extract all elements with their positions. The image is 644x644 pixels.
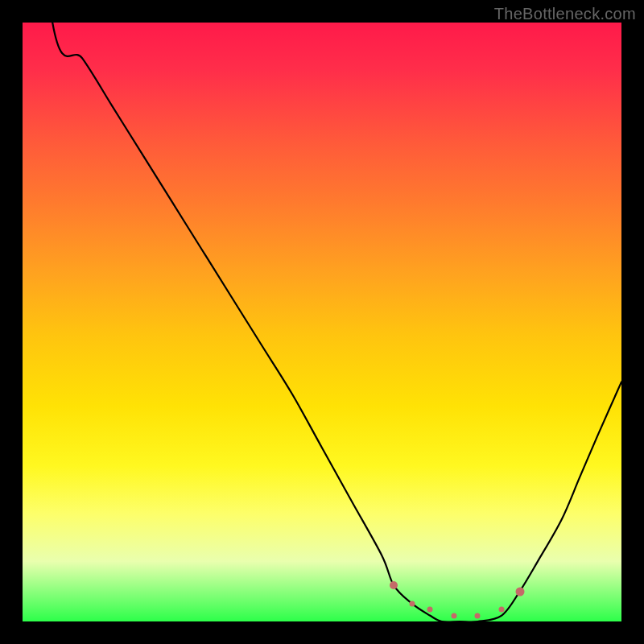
watermark-text: TheBottleneck.com [494, 5, 636, 23]
marker-dot [427, 607, 432, 613]
marker-dot [451, 613, 456, 618]
marker-dot [475, 613, 481, 618]
marker-dot [409, 601, 415, 606]
plot-area [23, 23, 621, 621]
marker-dot [515, 587, 524, 596]
marker-dot [390, 581, 398, 589]
marker-dot [499, 607, 505, 613]
recommended-markers [23, 23, 621, 621]
chart-container: TheBottleneck.com [0, 0, 644, 644]
